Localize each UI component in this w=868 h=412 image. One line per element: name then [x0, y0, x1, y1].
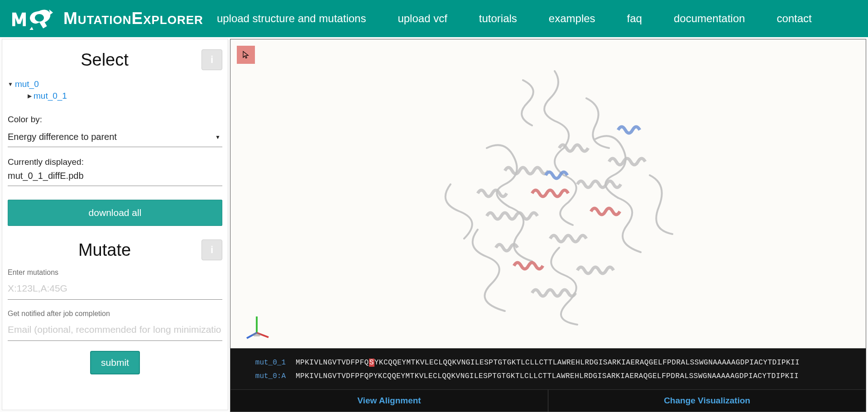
download-all-button[interactable]: download all — [8, 200, 222, 226]
sequence-row-1: mut_0:A MPKIVLNGVTVDFPFQPYKCQQEYMTKVLECL… — [244, 369, 852, 383]
caret-down-icon: ▼ — [8, 81, 13, 87]
sequence-bar: mut_0_1 MPKIVLNGVTVDFPFQSYKCQQEYMTKVLECL… — [230, 349, 866, 389]
tree-child[interactable]: ▶ mut_0_1 — [28, 90, 222, 102]
nav-documentation[interactable]: documentation — [674, 12, 745, 25]
seq-text-0[interactable]: MPKIVLNGVTVDFPFQSYKCQQEYMTKVLECLQQKVNGIL… — [296, 359, 800, 367]
chevron-down-icon: ▼ — [215, 134, 221, 140]
header: MutationExplorer upload structure and mu… — [0, 0, 868, 37]
logo-icon — [10, 7, 55, 30]
nav-contact[interactable]: contact — [777, 12, 811, 25]
select-heading-row: Select i — [8, 49, 222, 70]
structure-tree: ▼ mut_0 ▶ mut_0_1 — [8, 78, 222, 102]
tree-root-link[interactable]: mut_0 — [15, 79, 39, 89]
cursor-icon — [242, 51, 250, 59]
mutations-input-label: Enter mutations — [8, 268, 222, 277]
sidebar: Select i ▼ mut_0 ▶ mut_0_1 Color by: Ene… — [2, 39, 228, 410]
email-input-label: Get notified after job completion — [8, 310, 222, 318]
nav-tutorials[interactable]: tutorials — [479, 12, 517, 25]
color-by-label: Color by: — [8, 115, 222, 125]
viewer-pane: mut_0_1 MPKIVLNGVTVDFPFQSYKCQQEYMTKVLECL… — [230, 39, 866, 412]
currently-displayed-label: Currently displayed: — [8, 157, 222, 167]
sequence-row-0: mut_0_1 MPKIVLNGVTVDFPFQSYKCQQEYMTKVLECL… — [244, 356, 852, 369]
tab-view-alignment[interactable]: View Alignment — [230, 390, 548, 412]
nav-examples[interactable]: examples — [549, 12, 595, 25]
select-info-button[interactable]: i — [201, 49, 222, 70]
nav-upload-structure[interactable]: upload structure and mutations — [217, 12, 366, 25]
structure-viewer[interactable] — [230, 39, 866, 349]
caret-right-icon: ▶ — [28, 93, 32, 99]
tree-child-link[interactable]: mut_0_1 — [34, 91, 67, 101]
email-input[interactable] — [8, 320, 222, 341]
color-by-select[interactable]: Energy difference to parent ▼ — [8, 128, 222, 147]
cursor-tool-button[interactable] — [237, 46, 255, 64]
logo-text: MutationExplorer — [63, 9, 203, 28]
mutate-heading-row: Mutate i — [8, 240, 222, 260]
mutations-input[interactable] — [8, 278, 222, 300]
mutate-heading: Mutate — [8, 240, 201, 260]
submit-button[interactable]: submit — [90, 351, 140, 374]
nav-faq[interactable]: faq — [627, 12, 642, 25]
axis-gizmo — [244, 313, 271, 340]
protein-render — [396, 57, 713, 347]
nav-upload-vcf[interactable]: upload vcf — [398, 12, 447, 25]
select-heading: Select — [8, 50, 201, 70]
nav: upload structure and mutations upload vc… — [217, 12, 858, 25]
seq-mutation-highlight: S — [369, 359, 374, 367]
tree-root[interactable]: ▼ mut_0 — [8, 78, 222, 90]
currently-displayed-value: mut_0_1_diffE.pdb — [8, 171, 222, 186]
seq-label-0: mut_0_1 — [244, 359, 286, 367]
mutate-info-button[interactable]: i — [201, 240, 222, 260]
main: Select i ▼ mut_0 ▶ mut_0_1 Color by: Ene… — [0, 37, 868, 412]
seq-label-1: mut_0:A — [244, 372, 286, 380]
logo-block: MutationExplorer — [10, 7, 203, 30]
color-by-value: Energy difference to parent — [8, 132, 117, 142]
bottom-tabs: View Alignment Change Visualization — [230, 389, 866, 412]
tab-change-visualization[interactable]: Change Visualization — [548, 390, 866, 412]
seq-text-1[interactable]: MPKIVLNGVTVDFPFQPYKCQQEYMTKVLECLQQKVNGIL… — [296, 372, 799, 380]
